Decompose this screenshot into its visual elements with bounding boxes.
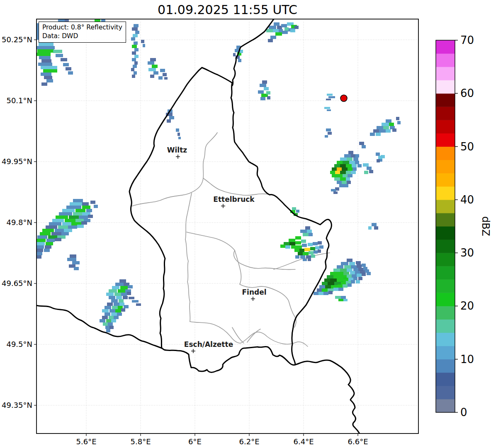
echo-cell <box>342 167 348 171</box>
data-source-label: Data: DWD <box>42 32 122 41</box>
echo-cell <box>69 216 79 219</box>
echo-cell <box>322 288 328 292</box>
echo-cell <box>46 225 57 229</box>
echo-cell <box>347 259 352 262</box>
city-label: Ettelbruck <box>213 195 255 203</box>
echo-cell <box>396 117 399 120</box>
echo-cell <box>53 50 62 53</box>
colorbar-segment <box>436 93 455 107</box>
product-label: Product: 0.8° Reflectivity <box>42 23 122 32</box>
echo-cell <box>46 79 53 82</box>
graticule-grid <box>36 19 418 433</box>
colorbar-tick-label: 10 <box>460 353 474 366</box>
echo-cell <box>340 164 346 167</box>
echo-cell <box>303 252 309 255</box>
echo-cell <box>68 71 73 75</box>
echo-cell <box>106 293 114 296</box>
echo-cell <box>322 282 328 285</box>
echo-cell <box>111 299 118 303</box>
echo-cell <box>90 201 95 204</box>
echo-cell <box>330 278 337 282</box>
echo-cell <box>356 280 360 283</box>
echo-cell <box>117 312 122 316</box>
echo-cell <box>134 48 139 51</box>
echo-cell <box>41 59 51 63</box>
colorbar-segment <box>436 40 455 54</box>
echo-cell <box>367 272 371 275</box>
echo-cell <box>42 229 54 232</box>
echo-cell <box>289 242 295 245</box>
product-info-box: Product: 0.8° Reflectivity Data: DWD <box>39 22 126 43</box>
echo-cell <box>290 29 295 32</box>
echo-cell <box>374 226 378 230</box>
lat-tick-label: 49.8°N <box>6 218 32 227</box>
echo-cell <box>295 255 299 259</box>
colorbar-segment <box>436 186 455 200</box>
echo-cell <box>41 73 51 76</box>
echo-cell <box>264 87 269 90</box>
echo-cell <box>309 251 314 254</box>
colorbar: 010203040506070 <box>436 34 474 419</box>
echo-cell <box>63 63 69 66</box>
echo-cell <box>362 145 366 148</box>
echo-cell <box>82 206 90 209</box>
lon-tick-label: 6.4°E <box>294 437 314 446</box>
echo-cell <box>309 233 313 236</box>
echo-cell <box>88 215 93 218</box>
echo-cell <box>318 249 321 253</box>
colorbar-tick-label: 40 <box>460 194 474 206</box>
echo-cell <box>377 159 380 162</box>
echo-cell <box>134 71 137 75</box>
echo-cell <box>340 157 347 161</box>
echo-cell <box>333 191 338 194</box>
echo-cell <box>292 207 296 210</box>
colorbar-segment <box>436 399 455 413</box>
echo-cell <box>131 68 134 71</box>
echo-cell <box>324 278 330 282</box>
echo-cell <box>56 216 68 219</box>
echo-cell <box>115 283 124 286</box>
echo-cell <box>281 24 287 27</box>
echo-cell <box>370 133 375 136</box>
echo-cell <box>240 50 243 53</box>
echo-cell <box>133 34 138 37</box>
echo-cell <box>40 232 51 235</box>
lat-tick-label: 50.25°N <box>2 35 32 44</box>
echo-cell <box>333 269 340 272</box>
echo-cell <box>176 128 179 132</box>
echo-cell <box>39 56 51 59</box>
echo-cell <box>127 292 131 295</box>
colorbar-segment <box>436 333 455 346</box>
echo-cell <box>357 264 362 268</box>
echo-cell <box>346 171 351 174</box>
echo-cell <box>314 292 318 295</box>
lon-tick-label: 6.6°E <box>348 437 368 446</box>
echo-cell <box>353 157 358 161</box>
echo-cell <box>298 252 303 255</box>
colorbar-segment <box>436 133 455 147</box>
echo-cell <box>169 116 174 119</box>
echo-cell <box>291 245 296 249</box>
echo-cell <box>112 306 118 309</box>
echo-cell <box>119 279 126 283</box>
echo-cell <box>344 154 351 157</box>
lat-tick-label: 49.65°N <box>2 279 32 288</box>
echo-cell <box>340 171 346 174</box>
echo-cell <box>46 242 53 245</box>
radar-site-marker <box>340 95 347 102</box>
echo-cell <box>134 41 138 45</box>
echo-cell <box>341 296 346 299</box>
echo-cell <box>150 75 154 78</box>
echo-cell <box>136 303 141 306</box>
echo-cell <box>61 232 69 235</box>
echo-cell <box>267 96 270 99</box>
echo-cell <box>331 189 336 191</box>
echo-cell <box>346 177 350 181</box>
echo-cell <box>337 265 343 269</box>
echo-cell <box>369 170 373 173</box>
echo-cell <box>269 26 276 29</box>
echo-cell <box>70 202 83 206</box>
echo-cell <box>121 308 125 312</box>
lat-tick-label: 49.35°N <box>2 401 32 409</box>
echo-cell <box>62 222 71 225</box>
